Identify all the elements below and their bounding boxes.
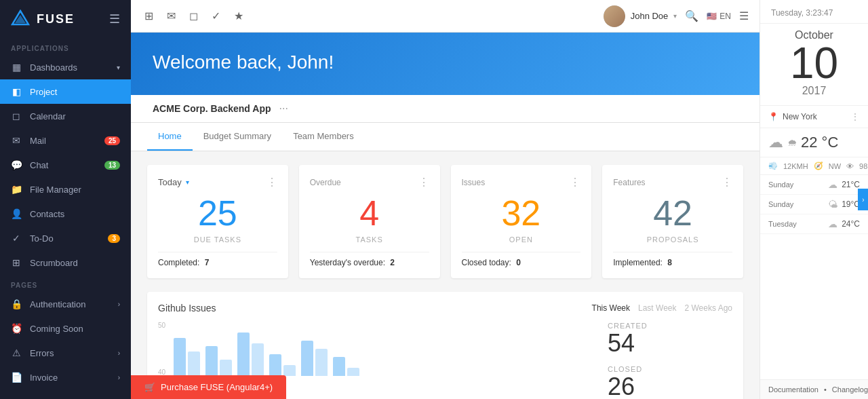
forecast-row-2: Tuesday ☁ 24°C (760, 214, 868, 234)
card-menu-icon[interactable]: ⋮ (722, 176, 732, 189)
main-content: ⊞ ✉ ◻ ✓ ★ John Doe ▾ 🔍 🇺🇸 EN ☰ Welcome b… (131, 0, 760, 399)
avatar (604, 5, 625, 27)
user-dropdown-icon: ▾ (673, 12, 677, 20)
dashboards-icon: ▦ (11, 62, 22, 73)
sidebar-item-label: Coming Soon (30, 324, 83, 334)
sidebar-item-scrumboard[interactable]: ⊞ Scrumboard (0, 250, 131, 275)
forecast-cloud-icon-2: ☁ (828, 218, 837, 229)
card-menu-icon[interactable]: ⋮ (570, 176, 580, 189)
calendar-icon: ◻ (11, 111, 22, 121)
sidebar-item-label: Errors (30, 348, 54, 358)
card-label: TASKS (310, 235, 429, 244)
bar-secondary (252, 343, 264, 376)
sidebar-item-label: Calendar (30, 111, 66, 121)
card-footer: Completed: 7 (158, 258, 277, 267)
weather-cloud-icon: ☁ (768, 134, 783, 151)
tab-home[interactable]: Home (147, 123, 193, 151)
footer-documentation-link[interactable]: Documentation (768, 385, 818, 394)
date-block: October 10 2017 (760, 24, 868, 106)
search-icon[interactable]: 🔍 (685, 10, 698, 22)
chevron-down-icon: ▾ (117, 64, 120, 71)
location-more-icon[interactable]: ⋮ (850, 111, 860, 122)
github-tab-last-week[interactable]: Last Week (638, 303, 676, 313)
topbar-star-icon[interactable]: ★ (231, 7, 246, 25)
sidebar-item-project[interactable]: ◧ Project (0, 79, 131, 104)
chevron-right-icon-3: › (118, 374, 120, 381)
sidebar-item-file-manager[interactable]: 📁 File Manager (0, 177, 131, 202)
user-name: John Doe (631, 11, 669, 21)
sidebar-item-label: Mail (30, 136, 46, 146)
forecast-partly-icon: 🌤 (828, 199, 837, 210)
github-title: Github Issues (158, 303, 216, 314)
forecast-temp: 21°C (842, 180, 860, 189)
scrumboard-icon: ⊞ (11, 257, 22, 268)
sidebar-item-authentication[interactable]: 🔒 Authentication › (0, 292, 131, 316)
topbar-check-icon[interactable]: ✓ (209, 7, 223, 25)
app-name: FUSE (37, 12, 75, 26)
hamburger-icon[interactable]: ☰ (109, 12, 120, 26)
content-area: Today ▾ ⋮ 25 DUE TASKS Completed: 7 Over… (131, 151, 760, 399)
card-menu-icon[interactable]: ⋮ (418, 176, 429, 189)
section-label-applications: APPLICATIONS (0, 38, 131, 55)
card-footer: Implemented: 8 (613, 258, 732, 267)
weather-info-row: 💨 12KMH 🧭 NW 👁 98 (760, 157, 868, 175)
language-selector[interactable]: 🇺🇸 EN (707, 12, 731, 21)
logo-area[interactable]: FUSE ☰ (0, 0, 131, 38)
menu-icon[interactable]: ☰ (739, 10, 749, 22)
forecast-day: Sunday (768, 200, 824, 208)
sidebar-item-dashboards[interactable]: ▦ Dashboards ▾ (0, 55, 131, 79)
chevron-right-icon: › (118, 301, 120, 308)
forecast-temp: 19°C (842, 200, 860, 209)
bar-primary (333, 357, 345, 376)
wind-speed: 12KMH (783, 162, 808, 170)
tab-budget[interactable]: Budget Summary (193, 123, 282, 151)
topbar-monitor-icon[interactable]: ⊞ (142, 7, 156, 25)
bar-primary (237, 332, 250, 376)
compass-icon: 🧭 (814, 162, 823, 170)
right-panel: Tuesday, 3:23:47 October 10 2017 📍 New Y… (760, 0, 868, 399)
forecast-cloud-icon: ☁ (828, 179, 837, 190)
user-menu[interactable]: John Doe ▾ (604, 5, 677, 27)
purchase-banner[interactable]: 🛒 Purchase FUSE (Angular4+) (131, 375, 286, 399)
card-title: Today (158, 177, 182, 187)
forecast-row-1: Sunday 🌤 19°C (760, 195, 868, 214)
location-row: 📍 New York ⋮ (760, 106, 868, 128)
auth-icon: 🔒 (11, 299, 22, 309)
footer-changelog-link[interactable]: Changelog (832, 385, 868, 394)
footer-separator: • (824, 385, 827, 394)
card-label: OPEN (462, 235, 581, 244)
sidebar-item-invoice[interactable]: 📄 Invoice › (0, 365, 131, 390)
topbar-mail-icon[interactable]: ✉ (164, 7, 178, 25)
card-number: 42 (613, 194, 732, 233)
mail-badge: 25 (104, 136, 120, 145)
sidebar-item-calendar[interactable]: ◻ Calendar (0, 104, 131, 128)
card-today: Today ▾ ⋮ 25 DUE TASKS Completed: 7 (147, 165, 288, 278)
card-menu-icon[interactable]: ⋮ (267, 176, 277, 189)
project-icon: ◧ (11, 86, 22, 97)
wind-dir: NW (829, 162, 841, 170)
sidebar-item-chat[interactable]: 💬 Chat 13 (0, 153, 131, 177)
github-tab-this-week[interactable]: This Week (592, 303, 630, 313)
card-footer: Yesterday's overdue: 2 (310, 258, 429, 267)
todo-icon: ✓ (11, 233, 22, 244)
lang-label: EN (719, 12, 731, 21)
tab-team[interactable]: Team Members (282, 123, 365, 151)
project-options-icon[interactable]: ··· (279, 102, 288, 115)
sidebar-item-errors[interactable]: ⚠ Errors › (0, 341, 131, 365)
topbar-person-icon[interactable]: ◻ (186, 7, 201, 25)
sidebar-item-mail[interactable]: ✉ Mail 25 (0, 128, 131, 153)
sidebar-item-label: Project (30, 87, 57, 97)
date-year: 2017 (771, 85, 857, 97)
coming-soon-icon: ⏰ (11, 323, 22, 334)
sidebar-item-todo[interactable]: ✓ To-Do 3 (0, 226, 131, 250)
github-tab-two-weeks[interactable]: 2 Weeks Ago (685, 303, 733, 313)
todo-badge: 3 (108, 234, 120, 243)
stat-created-value: 54 (608, 330, 732, 357)
sidebar-item-label: Invoice (30, 373, 58, 383)
bar-primary (205, 346, 218, 376)
sidebar-item-coming-soon[interactable]: ⏰ Coming Soon (0, 316, 131, 341)
welcome-title: Welcome back, John! (153, 52, 738, 73)
panel-expand-button[interactable]: › (858, 189, 868, 210)
bar-secondary (283, 365, 296, 376)
sidebar-item-contacts[interactable]: 👤 Contacts (0, 202, 131, 226)
